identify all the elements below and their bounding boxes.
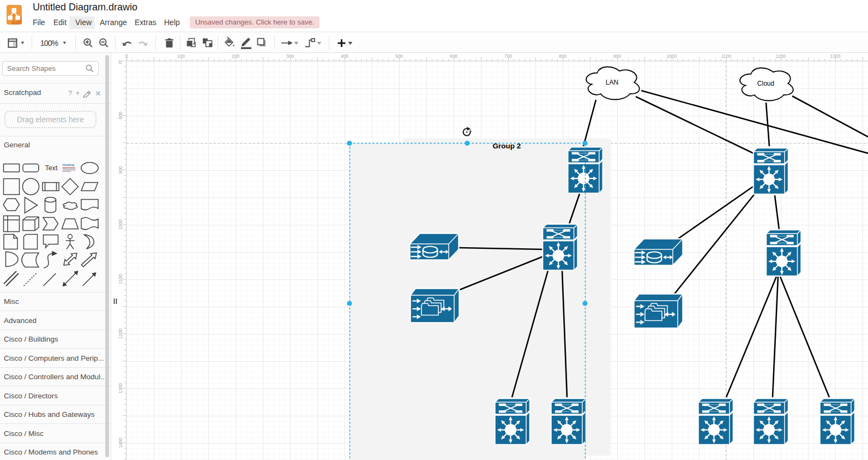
svg-text:800: 800: [559, 53, 566, 59]
svg-text:0: 0: [125, 53, 128, 59]
svg-text:900: 900: [118, 166, 123, 174]
svg-text:500: 500: [395, 53, 403, 59]
svg-text:400: 400: [341, 53, 348, 59]
svg-text:600: 600: [450, 53, 457, 59]
svg-text:1100: 1100: [721, 53, 732, 59]
svg-text:1100: 1100: [118, 274, 123, 284]
svg-text:800: 800: [118, 111, 123, 119]
svg-text:1200: 1200: [776, 53, 786, 59]
svg-text:1000: 1000: [118, 219, 123, 230]
svg-text:1000: 1000: [667, 53, 677, 59]
svg-text:Heading: Heading: [63, 163, 75, 166]
svg-text:1300: 1300: [118, 383, 123, 393]
svg-text:700: 700: [504, 53, 512, 59]
svg-text:1200: 1200: [118, 328, 123, 339]
svg-text:900: 900: [613, 53, 621, 59]
svg-text:100: 100: [177, 53, 185, 59]
svg-text:1300: 1300: [830, 53, 841, 59]
svg-text:100%: 100%: [40, 39, 58, 47]
svg-text:200: 200: [232, 53, 239, 59]
svg-text:Text: Text: [45, 164, 58, 172]
svg-text:1400: 1400: [118, 438, 123, 448]
svg-text:Cloud: Cloud: [757, 80, 774, 87]
svg-text:LAN: LAN: [606, 79, 618, 86]
svg-text:300: 300: [286, 53, 294, 59]
